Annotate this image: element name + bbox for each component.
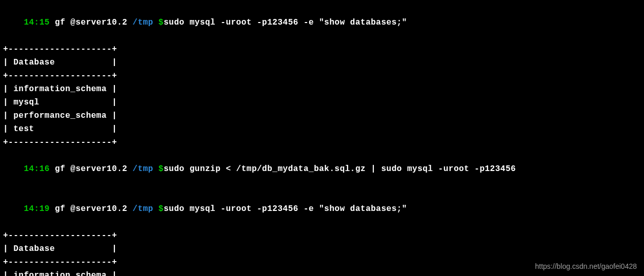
watermark-text: https://blog.csdn.net/gaofei0428 — [535, 260, 637, 273]
table-header: | Database | — [3, 56, 641, 69]
command-text: sudo gunzip < /tmp/db_mydata_bak.sql.gz … — [164, 164, 516, 174]
timestamp: 14:19 — [24, 204, 50, 214]
prompt-sigil: $ — [158, 204, 164, 214]
command-text: sudo mysql -uroot -p123456 -e "show data… — [164, 204, 407, 214]
user-host: gf @server10.2 — [55, 204, 127, 214]
prompt-sigil: $ — [158, 18, 164, 27]
table-sep: +--------------------+ — [3, 229, 641, 242]
cwd: /tmp — [133, 18, 153, 27]
timestamp: 14:15 — [24, 18, 50, 27]
table-row: | test | — [3, 122, 641, 136]
table-row: | mysql | — [3, 96, 641, 109]
table-header: | Database | — [3, 242, 641, 256]
user-host: gf @server10.2 — [55, 164, 127, 174]
cwd: /tmp — [133, 204, 153, 214]
prompt-line[interactable]: 14:16 gf @server10.2 /tmp $sudo gunzip <… — [3, 149, 641, 189]
timestamp: 14:16 — [24, 164, 50, 174]
table-row: | information_schema | — [3, 82, 641, 96]
table-sep: +--------------------+ — [3, 69, 641, 82]
terminal-output: 14:15 gf @server10.2 /tmp $sudo mysql -u… — [3, 3, 641, 276]
table-sep: +--------------------+ — [3, 136, 641, 149]
table-row: | performance_schema | — [3, 109, 641, 122]
prompt-line[interactable]: 14:15 gf @server10.2 /tmp $sudo mysql -u… — [3, 3, 641, 43]
table-sep: +--------------------+ — [3, 43, 641, 56]
user-host: gf @server10.2 — [55, 18, 127, 27]
cwd: /tmp — [133, 164, 153, 174]
prompt-line[interactable]: 14:19 gf @server10.2 /tmp $sudo mysql -u… — [3, 189, 641, 229]
prompt-sigil: $ — [158, 164, 164, 174]
command-text: sudo mysql -uroot -p123456 -e "show data… — [164, 18, 407, 27]
